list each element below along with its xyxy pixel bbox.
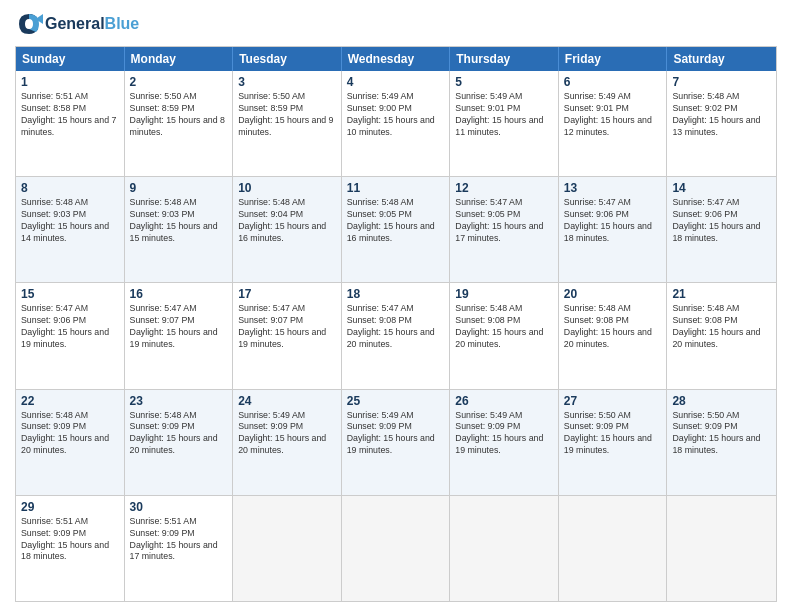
logo: GeneralBlue (15, 10, 139, 38)
calendar-cell: 18 Sunrise: 5:47 AM Sunset: 9:08 PM Dayl… (342, 283, 451, 388)
day-number: 21 (672, 287, 771, 301)
day-number: 6 (564, 75, 662, 89)
calendar-row: 29 Sunrise: 5:51 AM Sunset: 9:09 PM Dayl… (16, 495, 776, 601)
day-info: Sunrise: 5:48 AM Sunset: 9:02 PM Dayligh… (672, 91, 771, 139)
day-info: Sunrise: 5:47 AM Sunset: 9:06 PM Dayligh… (21, 303, 119, 351)
day-number: 17 (238, 287, 336, 301)
calendar-cell: 4 Sunrise: 5:49 AM Sunset: 9:00 PM Dayli… (342, 71, 451, 176)
calendar-cell: 15 Sunrise: 5:47 AM Sunset: 9:06 PM Dayl… (16, 283, 125, 388)
calendar-cell: 30 Sunrise: 5:51 AM Sunset: 9:09 PM Dayl… (125, 496, 234, 601)
calendar-row: 22 Sunrise: 5:48 AM Sunset: 9:09 PM Dayl… (16, 389, 776, 495)
day-info: Sunrise: 5:47 AM Sunset: 9:06 PM Dayligh… (564, 197, 662, 245)
day-info: Sunrise: 5:48 AM Sunset: 9:03 PM Dayligh… (130, 197, 228, 245)
day-number: 26 (455, 394, 553, 408)
calendar-cell: 23 Sunrise: 5:48 AM Sunset: 9:09 PM Dayl… (125, 390, 234, 495)
day-number: 7 (672, 75, 771, 89)
day-number: 8 (21, 181, 119, 195)
calendar-cell: 26 Sunrise: 5:49 AM Sunset: 9:09 PM Dayl… (450, 390, 559, 495)
day-number: 9 (130, 181, 228, 195)
header-tuesday: Tuesday (233, 47, 342, 71)
day-number: 25 (347, 394, 445, 408)
calendar-cell (450, 496, 559, 601)
calendar-cell: 2 Sunrise: 5:50 AM Sunset: 8:59 PM Dayli… (125, 71, 234, 176)
calendar-cell: 20 Sunrise: 5:48 AM Sunset: 9:08 PM Dayl… (559, 283, 668, 388)
logo-icon (15, 10, 43, 38)
day-number: 10 (238, 181, 336, 195)
day-info: Sunrise: 5:48 AM Sunset: 9:09 PM Dayligh… (21, 410, 119, 458)
header-monday: Monday (125, 47, 234, 71)
day-info: Sunrise: 5:47 AM Sunset: 9:07 PM Dayligh… (238, 303, 336, 351)
day-info: Sunrise: 5:49 AM Sunset: 9:09 PM Dayligh… (238, 410, 336, 458)
day-number: 24 (238, 394, 336, 408)
day-info: Sunrise: 5:47 AM Sunset: 9:06 PM Dayligh… (672, 197, 771, 245)
day-number: 15 (21, 287, 119, 301)
calendar-cell: 25 Sunrise: 5:49 AM Sunset: 9:09 PM Dayl… (342, 390, 451, 495)
day-info: Sunrise: 5:48 AM Sunset: 9:09 PM Dayligh… (130, 410, 228, 458)
calendar-cell: 24 Sunrise: 5:49 AM Sunset: 9:09 PM Dayl… (233, 390, 342, 495)
day-info: Sunrise: 5:48 AM Sunset: 9:08 PM Dayligh… (455, 303, 553, 351)
calendar-cell: 11 Sunrise: 5:48 AM Sunset: 9:05 PM Dayl… (342, 177, 451, 282)
calendar: Sunday Monday Tuesday Wednesday Thursday… (15, 46, 777, 602)
page: GeneralBlue Sunday Monday Tuesday Wednes… (0, 0, 792, 612)
calendar-cell: 7 Sunrise: 5:48 AM Sunset: 9:02 PM Dayli… (667, 71, 776, 176)
calendar-cell: 29 Sunrise: 5:51 AM Sunset: 9:09 PM Dayl… (16, 496, 125, 601)
day-info: Sunrise: 5:50 AM Sunset: 9:09 PM Dayligh… (564, 410, 662, 458)
day-info: Sunrise: 5:50 AM Sunset: 8:59 PM Dayligh… (130, 91, 228, 139)
day-number: 13 (564, 181, 662, 195)
calendar-cell: 16 Sunrise: 5:47 AM Sunset: 9:07 PM Dayl… (125, 283, 234, 388)
calendar-cell: 8 Sunrise: 5:48 AM Sunset: 9:03 PM Dayli… (16, 177, 125, 282)
calendar-cell: 27 Sunrise: 5:50 AM Sunset: 9:09 PM Dayl… (559, 390, 668, 495)
day-info: Sunrise: 5:49 AM Sunset: 9:09 PM Dayligh… (455, 410, 553, 458)
calendar-cell: 5 Sunrise: 5:49 AM Sunset: 9:01 PM Dayli… (450, 71, 559, 176)
calendar-cell (559, 496, 668, 601)
calendar-cell: 21 Sunrise: 5:48 AM Sunset: 9:08 PM Dayl… (667, 283, 776, 388)
calendar-cell: 17 Sunrise: 5:47 AM Sunset: 9:07 PM Dayl… (233, 283, 342, 388)
day-number: 2 (130, 75, 228, 89)
header: GeneralBlue (15, 10, 777, 38)
day-number: 14 (672, 181, 771, 195)
day-number: 19 (455, 287, 553, 301)
day-info: Sunrise: 5:48 AM Sunset: 9:04 PM Dayligh… (238, 197, 336, 245)
day-info: Sunrise: 5:51 AM Sunset: 9:09 PM Dayligh… (21, 516, 119, 564)
day-number: 30 (130, 500, 228, 514)
calendar-cell (667, 496, 776, 601)
day-number: 16 (130, 287, 228, 301)
day-number: 27 (564, 394, 662, 408)
day-number: 20 (564, 287, 662, 301)
day-number: 11 (347, 181, 445, 195)
day-info: Sunrise: 5:47 AM Sunset: 9:08 PM Dayligh… (347, 303, 445, 351)
day-number: 1 (21, 75, 119, 89)
day-number: 23 (130, 394, 228, 408)
day-info: Sunrise: 5:51 AM Sunset: 8:58 PM Dayligh… (21, 91, 119, 139)
day-info: Sunrise: 5:47 AM Sunset: 9:07 PM Dayligh… (130, 303, 228, 351)
calendar-cell: 14 Sunrise: 5:47 AM Sunset: 9:06 PM Dayl… (667, 177, 776, 282)
day-info: Sunrise: 5:47 AM Sunset: 9:05 PM Dayligh… (455, 197, 553, 245)
calendar-body: 1 Sunrise: 5:51 AM Sunset: 8:58 PM Dayli… (16, 71, 776, 601)
day-info: Sunrise: 5:49 AM Sunset: 9:09 PM Dayligh… (347, 410, 445, 458)
day-info: Sunrise: 5:48 AM Sunset: 9:08 PM Dayligh… (564, 303, 662, 351)
calendar-row: 15 Sunrise: 5:47 AM Sunset: 9:06 PM Dayl… (16, 282, 776, 388)
day-number: 4 (347, 75, 445, 89)
day-info: Sunrise: 5:50 AM Sunset: 9:09 PM Dayligh… (672, 410, 771, 458)
calendar-cell: 10 Sunrise: 5:48 AM Sunset: 9:04 PM Dayl… (233, 177, 342, 282)
day-info: Sunrise: 5:50 AM Sunset: 8:59 PM Dayligh… (238, 91, 336, 139)
calendar-cell: 12 Sunrise: 5:47 AM Sunset: 9:05 PM Dayl… (450, 177, 559, 282)
day-number: 29 (21, 500, 119, 514)
day-number: 3 (238, 75, 336, 89)
calendar-row: 8 Sunrise: 5:48 AM Sunset: 9:03 PM Dayli… (16, 176, 776, 282)
logo-text: GeneralBlue (45, 15, 139, 33)
calendar-cell: 3 Sunrise: 5:50 AM Sunset: 8:59 PM Dayli… (233, 71, 342, 176)
header-sunday: Sunday (16, 47, 125, 71)
calendar-cell: 19 Sunrise: 5:48 AM Sunset: 9:08 PM Dayl… (450, 283, 559, 388)
header-friday: Friday (559, 47, 668, 71)
day-info: Sunrise: 5:48 AM Sunset: 9:03 PM Dayligh… (21, 197, 119, 245)
day-number: 12 (455, 181, 553, 195)
header-wednesday: Wednesday (342, 47, 451, 71)
day-info: Sunrise: 5:49 AM Sunset: 9:01 PM Dayligh… (455, 91, 553, 139)
header-saturday: Saturday (667, 47, 776, 71)
calendar-row: 1 Sunrise: 5:51 AM Sunset: 8:58 PM Dayli… (16, 71, 776, 176)
calendar-cell: 6 Sunrise: 5:49 AM Sunset: 9:01 PM Dayli… (559, 71, 668, 176)
calendar-cell: 1 Sunrise: 5:51 AM Sunset: 8:58 PM Dayli… (16, 71, 125, 176)
calendar-header-row: Sunday Monday Tuesday Wednesday Thursday… (16, 47, 776, 71)
calendar-cell: 9 Sunrise: 5:48 AM Sunset: 9:03 PM Dayli… (125, 177, 234, 282)
